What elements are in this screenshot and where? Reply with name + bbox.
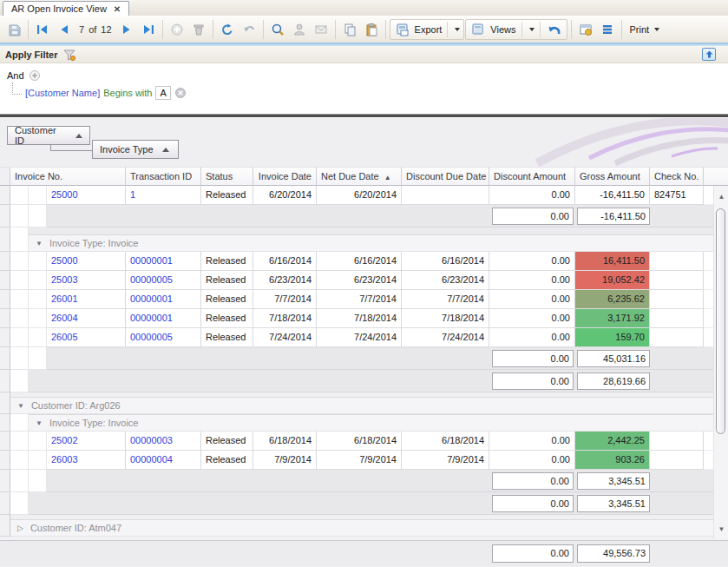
scroll-up-icon[interactable]: ▲ xyxy=(714,189,728,203)
vertical-scrollbar[interactable]: ▲ ▼ xyxy=(713,186,728,539)
export-button[interactable] xyxy=(394,20,411,39)
revert-view-button[interactable] xyxy=(546,20,563,39)
group-expanded-icon[interactable]: ▼ xyxy=(36,240,43,247)
group-expanded-icon[interactable]: ▼ xyxy=(17,402,24,410)
column-header-gross-amount[interactable]: Gross Amount xyxy=(575,167,650,186)
search-button[interactable] xyxy=(267,20,288,39)
record-position: 7 xyxy=(79,24,84,35)
invoice-no-link[interactable]: 26003 xyxy=(47,451,126,470)
transaction-id-link[interactable]: 00000001 xyxy=(126,290,201,309)
tab-close-icon[interactable]: ✕ xyxy=(114,4,121,14)
customize-grid-button[interactable] xyxy=(575,20,596,39)
collapse-filter-panel-button[interactable] xyxy=(702,48,716,61)
transaction-id-link[interactable]: 00000004 xyxy=(126,451,201,470)
next-record-button[interactable] xyxy=(116,20,137,39)
transaction-id-link[interactable]: 00000005 xyxy=(126,271,201,290)
undo-button[interactable] xyxy=(239,20,259,39)
contact-button[interactable] xyxy=(289,20,310,39)
invoice-no-link[interactable]: 26004 xyxy=(47,309,126,328)
transaction-id-link[interactable]: 00000001 xyxy=(126,309,201,328)
filter-condition[interactable]: [Customer Name] Begins with A xyxy=(25,85,187,101)
summary-discount-total: 0.00 xyxy=(492,373,574,390)
transaction-id-link[interactable]: 1 xyxy=(126,186,201,205)
table-row[interactable]: 25002 00000003 Released 6/18/2014 6/18/2… xyxy=(0,432,713,451)
refresh-button[interactable] xyxy=(217,20,238,39)
list-view-button[interactable] xyxy=(597,20,618,39)
column-header-discount-due-date[interactable]: Discount Due Date xyxy=(402,167,489,186)
transaction-id-link[interactable]: 00000003 xyxy=(126,432,201,451)
paste-button[interactable] xyxy=(361,20,382,39)
scroll-down-icon[interactable]: ▼ xyxy=(714,522,728,536)
group-label: Invoice Type: Invoice xyxy=(49,238,139,248)
invoice-no-link[interactable]: 25000 xyxy=(47,186,126,205)
save-button[interactable] xyxy=(3,20,24,39)
summary-discount-total: 0.00 xyxy=(492,208,574,225)
transaction-id-link[interactable]: 00000001 xyxy=(126,252,201,271)
group-chip-invoice-type[interactable]: Invoice Type xyxy=(92,140,179,159)
filter-operator-label[interactable]: And xyxy=(7,70,24,81)
filter-funnel-icon[interactable] xyxy=(63,49,75,61)
table-row[interactable]: 26003 00000004 Released 7/9/2014 7/9/201… xyxy=(0,451,713,470)
tab-ar-open-invoice-view[interactable]: AR Open Invoice View ✕ xyxy=(3,1,129,16)
condition-field[interactable]: [Customer Name] xyxy=(25,88,100,98)
views-button[interactable] xyxy=(469,20,487,39)
transaction-id-link[interactable]: 00000005 xyxy=(126,328,201,347)
column-header-transaction-id[interactable]: Transaction ID xyxy=(126,167,201,186)
group-row-customer-id[interactable]: ▼ Customer ID: Arg026 xyxy=(0,397,713,414)
invoice-no-link[interactable]: 25000 xyxy=(47,252,126,271)
discount-due-date-cell: 7/7/2014 xyxy=(402,290,489,309)
table-row[interactable]: 25003 00000005 Released 6/23/2014 6/23/2… xyxy=(0,271,713,290)
group-chip-customer-id[interactable]: Customer ID xyxy=(7,126,90,145)
export-label[interactable]: Export xyxy=(415,24,443,35)
table-row[interactable]: 26001 00000001 Released 7/7/2014 7/7/201… xyxy=(0,290,713,309)
group-row-customer-id[interactable]: ▷ Customer ID: Atm047 xyxy=(0,519,713,537)
table-row[interactable]: 26005 00000005 Released 7/24/2014 7/24/2… xyxy=(0,328,713,347)
grand-total-gross: 49,556.73 xyxy=(577,544,650,563)
group-summary-row: 0.00 -16,411.50 xyxy=(0,205,713,227)
invoice-no-link[interactable]: 26005 xyxy=(47,328,126,347)
column-header-net-due-date[interactable]: Net Due Date▲ xyxy=(317,167,402,186)
group-summary-row: 0.00 28,619.66 xyxy=(0,370,713,392)
save-icon xyxy=(8,23,21,36)
indent-cell xyxy=(10,234,29,252)
print-label[interactable]: Print xyxy=(630,24,650,35)
discount-due-date-cell: 7/24/2014 xyxy=(402,328,489,347)
email-button[interactable] xyxy=(311,20,331,39)
status-cell: Released xyxy=(201,328,253,347)
export-dropdown-caret-icon[interactable] xyxy=(455,28,460,31)
previous-record-button[interactable] xyxy=(54,20,75,39)
add-condition-icon[interactable] xyxy=(29,69,41,82)
scrollbar-thumb[interactable] xyxy=(716,208,725,434)
views-dropdown-caret-icon[interactable] xyxy=(529,28,535,31)
column-header-invoice-date[interactable]: Invoice Date xyxy=(253,167,317,186)
column-header-invoice-no[interactable]: Invoice No. xyxy=(10,167,126,186)
invoice-date-cell: 6/18/2014 xyxy=(253,432,317,451)
remove-condition-icon[interactable] xyxy=(174,87,187,99)
print-dropdown-caret-icon[interactable] xyxy=(654,28,659,31)
add-record-button[interactable] xyxy=(167,20,187,39)
first-record-button[interactable] xyxy=(32,20,53,39)
table-row[interactable]: 25000 1 Released 6/20/2014 6/20/2014 0.0… xyxy=(0,186,713,205)
status-cell: Released xyxy=(201,186,253,205)
invoice-no-link[interactable]: 26001 xyxy=(47,290,126,309)
invoice-no-link[interactable]: 25003 xyxy=(47,271,126,290)
group-expanded-icon[interactable]: ▼ xyxy=(36,419,43,427)
copy-button[interactable] xyxy=(339,20,360,39)
indent-cell xyxy=(29,186,47,205)
table-row[interactable]: 26004 00000001 Released 7/18/2014 7/18/2… xyxy=(0,309,713,328)
last-record-button[interactable] xyxy=(138,20,159,39)
delete-record-button[interactable] xyxy=(188,20,209,39)
table-row[interactable]: 25000 00000001 Released 6/16/2014 6/16/2… xyxy=(0,252,713,271)
column-header-check-no[interactable]: Check No. xyxy=(650,167,704,186)
group-collapsed-icon[interactable]: ▷ xyxy=(17,524,23,532)
condition-operator[interactable]: Begins with xyxy=(103,88,152,98)
discount-amount-cell: 0.00 xyxy=(489,252,575,271)
invoice-no-link[interactable]: 25002 xyxy=(47,432,126,451)
trash-icon xyxy=(192,23,206,36)
group-row-invoice-type[interactable]: ▼ Invoice Type: Invoice xyxy=(0,234,713,252)
column-header-discount-amount[interactable]: Discount Amount xyxy=(489,167,575,186)
group-row-invoice-type[interactable]: ▼ Invoice Type: Invoice xyxy=(0,414,713,432)
views-label[interactable]: Views xyxy=(490,24,515,35)
column-header-status[interactable]: Status xyxy=(201,167,253,186)
condition-value-input[interactable]: A xyxy=(155,86,170,100)
